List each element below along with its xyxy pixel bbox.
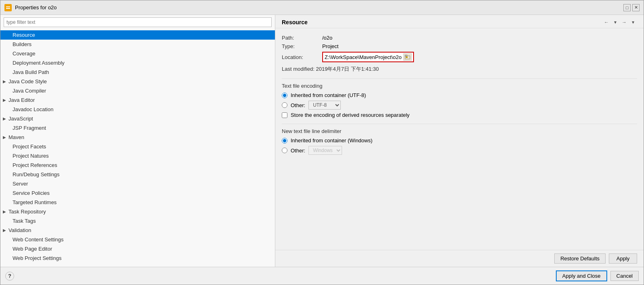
other-newline-label: Other: bbox=[291, 148, 305, 154]
sidebar-item-deployment-assembly[interactable]: Deployment Assembly bbox=[0, 58, 275, 68]
sidebar-item-resource[interactable]: Resource bbox=[0, 30, 275, 40]
last-modified-row: Last modified: 2019年4月7日 下午1:41:30 bbox=[282, 65, 637, 73]
nav-scroll-area: Resource Builders Coverage Deployment As… bbox=[0, 30, 275, 267]
sidebar-item-label: Java Compiler bbox=[13, 88, 46, 94]
close-button[interactable]: ✕ bbox=[632, 4, 640, 11]
sidebar-item-task-repository[interactable]: ▶ Task Repository bbox=[0, 207, 275, 216]
sidebar-item-service-policies[interactable]: Service Policies bbox=[0, 188, 275, 198]
sidebar-item-label: Validation bbox=[8, 227, 31, 233]
sidebar-item-label: Project Natures bbox=[13, 153, 49, 159]
sidebar-item-label: Task Repository bbox=[8, 209, 46, 215]
expand-arrow-javascript: ▶ bbox=[3, 116, 7, 121]
sidebar-item-task-tags[interactable]: Task Tags bbox=[0, 216, 275, 226]
sidebar-item-builders[interactable]: Builders bbox=[0, 40, 275, 49]
sidebar-item-targeted-runtimes[interactable]: Targeted Runtimes bbox=[0, 198, 275, 207]
title-bar: Properties for o2o □ ✕ bbox=[0, 0, 644, 15]
right-content: Path: /o2o Type: Project Location: Z:\Wo… bbox=[275, 28, 644, 250]
forward-button[interactable]: → bbox=[620, 18, 628, 26]
sidebar-item-javascript[interactable]: ▶ JavaScript bbox=[0, 114, 275, 123]
dialog-content: Resource Builders Coverage Deployment As… bbox=[0, 15, 644, 267]
footer-right: Apply and Close Cancel bbox=[556, 270, 639, 281]
apply-button[interactable]: Apply bbox=[609, 253, 637, 264]
sidebar-item-label: Task Tags bbox=[13, 218, 36, 224]
sidebar-item-java-build-path[interactable]: Java Build Path bbox=[0, 68, 275, 77]
footer-left: ? bbox=[5, 272, 14, 281]
nav-list: Resource Builders Coverage Deployment As… bbox=[0, 30, 275, 264]
sidebar-item-java-compiler[interactable]: Java Compiler bbox=[0, 86, 275, 95]
sidebar-item-label: Web Content Settings bbox=[13, 236, 63, 243]
restore-defaults-button[interactable]: Restore Defaults bbox=[554, 253, 606, 264]
sidebar-item-web-page-editor[interactable]: Web Page Editor bbox=[0, 244, 275, 253]
sidebar-item-label: Project References bbox=[13, 162, 57, 168]
dialog-title: Properties for o2o bbox=[15, 4, 620, 11]
sidebar-item-web-content-settings[interactable]: Web Content Settings bbox=[0, 235, 275, 244]
newline-title: New text file line delimiter bbox=[282, 128, 637, 134]
maximize-button[interactable]: □ bbox=[623, 4, 631, 11]
back-button[interactable]: ← bbox=[602, 18, 610, 26]
right-panel: Resource ← ▾ → ▾ Path: /o2o Type: Projec… bbox=[275, 15, 644, 267]
panel-title: Resource bbox=[282, 19, 308, 25]
sidebar-item-label: Coverage bbox=[13, 51, 35, 57]
nav-arrows: ← ▾ → ▾ bbox=[602, 18, 637, 26]
encoding-dropdown[interactable]: UTF-8 bbox=[308, 101, 341, 110]
panel-footer: Restore Defaults Apply bbox=[275, 250, 644, 267]
newline-group: Inherited from container (Windows) Other… bbox=[282, 137, 637, 155]
sidebar-item-label: Builders bbox=[13, 41, 32, 47]
text-encoding-group: Inherited from container (UTF-8) Other: … bbox=[282, 92, 637, 110]
path-value: /o2o bbox=[322, 35, 332, 41]
dialog-icon bbox=[4, 4, 12, 11]
forward-dropdown-button[interactable]: ▾ bbox=[629, 18, 637, 26]
last-modified-label: Last modified: bbox=[282, 66, 315, 72]
radio-other-newline-row: Other: Windows bbox=[282, 146, 637, 155]
path-row: Path: /o2o bbox=[282, 35, 637, 41]
store-encoding-checkbox[interactable] bbox=[282, 112, 287, 118]
newline-dropdown[interactable]: Windows bbox=[308, 146, 342, 155]
location-browse-button[interactable] bbox=[403, 53, 412, 61]
sidebar-item-project-natures[interactable]: Project Natures bbox=[0, 151, 275, 160]
sidebar-item-validation[interactable]: ▶ Validation bbox=[0, 226, 275, 235]
sidebar-item-server[interactable]: Server bbox=[0, 179, 275, 188]
expand-arrow-code-style: ▶ bbox=[3, 79, 7, 84]
window-controls: □ ✕ bbox=[623, 4, 640, 11]
other-encoding-label: Other: bbox=[291, 102, 305, 108]
back-dropdown-button[interactable]: ▾ bbox=[611, 18, 619, 26]
store-encoding-row: Store the encoding of derived resources … bbox=[282, 112, 637, 118]
location-box: Z:\WorkSpace\MavenProject\o2o bbox=[322, 52, 414, 62]
divider-2 bbox=[282, 124, 637, 124]
type-value: Project bbox=[322, 43, 338, 49]
cancel-button[interactable]: Cancel bbox=[610, 271, 639, 281]
type-row: Type: Project bbox=[282, 43, 637, 49]
sidebar-item-jsp-fragment[interactable]: JSP Fragment bbox=[0, 123, 275, 133]
radio-inherited-utf8-row: Inherited from container (UTF-8) bbox=[282, 92, 637, 98]
sidebar-item-label: Javadoc Location bbox=[13, 106, 53, 112]
sidebar-item-label: JSP Fragment bbox=[13, 125, 46, 131]
help-button[interactable]: ? bbox=[5, 272, 14, 281]
path-label: Path: bbox=[282, 35, 322, 41]
radio-inherited-utf8-label: Inherited from container (UTF-8) bbox=[291, 92, 366, 98]
sidebar-item-javadoc-location[interactable]: Javadoc Location bbox=[0, 105, 275, 114]
sidebar-item-label: Service Policies bbox=[13, 190, 50, 196]
sidebar-item-project-references[interactable]: Project References bbox=[0, 160, 275, 170]
sidebar-item-web-project-settings[interactable]: Web Project Settings bbox=[0, 253, 275, 263]
sidebar-item-java-code-style[interactable]: ▶ Java Code Style bbox=[0, 77, 275, 86]
sidebar-item-label: Web Project Settings bbox=[13, 255, 61, 261]
radio-inherited-utf8[interactable] bbox=[282, 93, 287, 98]
sidebar-item-project-facets[interactable]: Project Facets bbox=[0, 142, 275, 151]
sidebar-item-label: JavaScript bbox=[8, 116, 33, 122]
sidebar-item-run-debug-settings[interactable]: Run/Debug Settings bbox=[0, 170, 275, 179]
radio-other-encoding[interactable] bbox=[282, 102, 287, 108]
left-panel: Resource Builders Coverage Deployment As… bbox=[0, 15, 275, 267]
dialog-footer: ? Apply and Close Cancel bbox=[0, 267, 644, 285]
filter-input[interactable] bbox=[4, 17, 272, 27]
radio-inherited-windows[interactable] bbox=[282, 138, 287, 144]
expand-arrow-validation: ▶ bbox=[3, 228, 7, 232]
svg-rect-0 bbox=[5, 5, 11, 11]
sidebar-item-label: Java Build Path bbox=[13, 69, 49, 75]
expand-arrow-java-editor: ▶ bbox=[3, 98, 7, 102]
sidebar-item-maven[interactable]: ▶ Maven bbox=[0, 133, 275, 142]
sidebar-item-coverage[interactable]: Coverage bbox=[0, 49, 275, 58]
sidebar-item-java-editor[interactable]: ▶ Java Editor bbox=[0, 95, 275, 105]
text-encoding-title: Text file encoding bbox=[282, 83, 637, 89]
apply-and-close-button[interactable]: Apply and Close bbox=[556, 270, 607, 281]
radio-other-newline[interactable] bbox=[282, 148, 287, 153]
